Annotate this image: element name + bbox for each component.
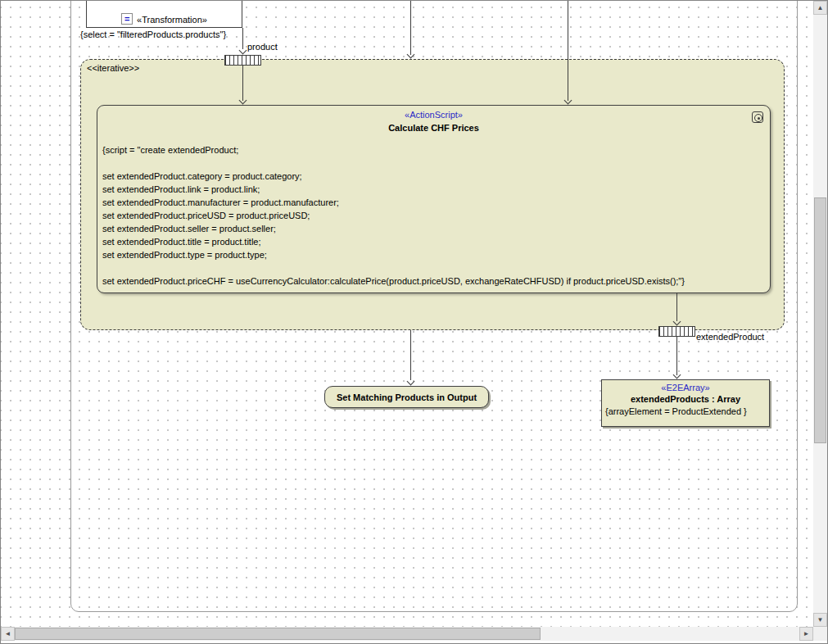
scroll-down-button[interactable]: ▼	[813, 613, 827, 627]
target-icon	[752, 111, 763, 123]
application-window: <<iterative>> = «Transformation» {select…	[0, 0, 828, 644]
connector-region-to-set-matching[interactable]	[410, 330, 411, 380]
actionscript-stereotype: «ActionScript»	[97, 106, 770, 120]
select-constraint-label: {select = "filteredProducts.products"}	[80, 29, 226, 39]
transformation-stereotype: «Transformation»	[137, 15, 207, 25]
script-line: set extendedProduct.priceCHF = useCurren…	[102, 274, 770, 288]
e2e-array-element[interactable]: «E2EArray» extendedProducts : Array {arr…	[601, 379, 770, 427]
script-line: set extendedProduct.seller = product.sel…	[102, 222, 770, 235]
product-pin[interactable]	[224, 55, 261, 66]
connector-into-region[interactable]	[410, 1, 411, 55]
script-line: set extendedProduct.manufacturer = produ…	[102, 196, 770, 209]
actionscript-element[interactable]: «ActionScript» Calculate CHF Prices {scr…	[97, 105, 771, 293]
diagram-canvas[interactable]: <<iterative>> = «Transformation» {select…	[1, 1, 813, 627]
e2e-array-constraint: {arrayElement = ProductExtended }	[602, 406, 769, 417]
scroll-right-button[interactable]: ►	[799, 627, 813, 641]
iterative-region-label: <<iterative>>	[87, 63, 139, 73]
script-line: {script = "create extendedProduct;	[102, 143, 770, 156]
transformation-element[interactable]: = «Transformation»	[86, 1, 242, 28]
scroll-left-button[interactable]: ◄	[1, 627, 15, 641]
set-matching-products-node[interactable]: Set Matching Products in Output	[324, 386, 489, 408]
extended-product-pin-label: extendedProduct	[696, 332, 764, 342]
extended-product-pin[interactable]	[658, 326, 695, 337]
script-line: set extendedProduct.link = product.link;	[102, 183, 770, 196]
e2e-array-name: extendedProducts : Array	[602, 393, 769, 405]
horizontal-scrollbar[interactable]: ◄ ►	[1, 627, 813, 641]
actionscript-script: {script = "create extendedProduct; set e…	[97, 143, 770, 288]
script-line: set extendedProduct.category = product.c…	[102, 170, 770, 183]
product-pin-label: product	[247, 42, 278, 52]
vertical-scrollbar[interactable]: ▲ ▼	[813, 1, 827, 627]
connector-extended-pin-to-array[interactable]	[676, 337, 677, 375]
script-line	[102, 156, 770, 170]
script-line: set extendedProduct.title = product.titl…	[102, 235, 770, 248]
script-line	[102, 261, 770, 274]
e2e-array-stereotype: «E2EArray»	[602, 380, 769, 393]
actionscript-title: Calculate CHF Prices	[97, 122, 770, 134]
scrollbar-corner	[813, 627, 827, 641]
set-matching-products-label: Set Matching Products in Output	[337, 392, 477, 402]
vertical-scrollbar-thumb[interactable]	[814, 197, 826, 443]
script-line: set extendedProduct.type = product.type;	[102, 248, 770, 261]
equals-icon: =	[121, 13, 133, 25]
script-line: set extendedProduct.priceUSD = product.p…	[102, 209, 770, 222]
scroll-up-button[interactable]: ▲	[813, 1, 827, 15]
horizontal-scrollbar-thumb[interactable]	[15, 628, 541, 640]
connector-into-actionscript[interactable]	[568, 1, 568, 101]
